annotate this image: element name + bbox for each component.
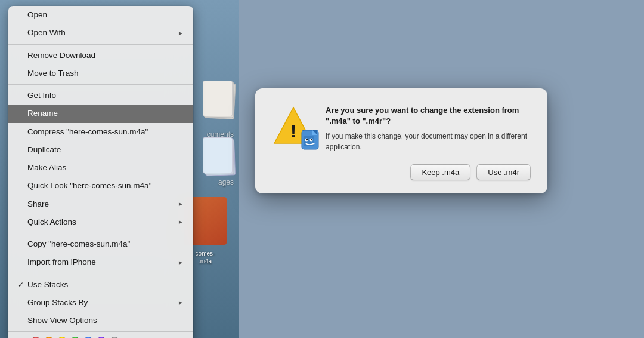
menu-item-get-info[interactable]: Get Info (8, 87, 193, 105)
menu-label-move-to-trash: Move to Trash (27, 67, 184, 79)
bg-file-stack-2 (203, 137, 236, 176)
menu-item-duplicate[interactable]: Duplicate (8, 141, 193, 159)
dialog-title: Are you sure you want to change the exte… (326, 105, 531, 126)
arrow-icon-open-with: ► (178, 29, 184, 38)
check-icon-use-stacks: ✓ (18, 279, 27, 290)
separator-2 (8, 84, 193, 85)
svg-text:!: ! (290, 121, 296, 141)
finder-mascot-svg (301, 128, 321, 150)
arrow-icon-import: ► (178, 258, 184, 267)
svg-point-8 (306, 139, 308, 140)
menu-label-get-info: Get Info (27, 90, 184, 102)
bg-label-ages: ages (218, 178, 234, 186)
menu-label-quick-actions: Quick Actions (27, 216, 178, 228)
separator-4 (8, 274, 193, 274)
arrow-icon-share: ► (178, 199, 184, 208)
separator-3 (8, 233, 193, 233)
menu-item-open-with[interactable]: Open With ► (8, 24, 193, 42)
use-extension-button[interactable]: Use .m4r (476, 164, 531, 180)
menu-label-group-stacks-by: Group Stacks By (27, 297, 178, 309)
menu-item-use-stacks[interactable]: ✓ Use Stacks (8, 276, 193, 294)
menu-item-make-alias[interactable]: Make Alias (8, 159, 193, 177)
menu-label-compress: Compress "here-comes-sun.m4a" (27, 126, 184, 138)
separator-5 (8, 331, 193, 332)
menu-label-rename: Rename (27, 107, 184, 119)
menu-item-show-view-options[interactable]: Show View Options (8, 312, 193, 330)
menu-item-quick-actions[interactable]: Quick Actions ► (8, 213, 193, 231)
arrow-icon-quick-actions: ► (178, 217, 184, 226)
bg-file-stack (203, 81, 236, 119)
dialog-text-area: Are you sure you want to change the exte… (326, 105, 531, 152)
context-menu: Open Open With ► Remove Download Move to… (8, 6, 193, 338)
menu-item-open[interactable]: Open (8, 6, 193, 24)
tags-row[interactable] (8, 334, 193, 338)
menu-label-use-stacks: Use Stacks (27, 279, 184, 291)
menu-label-open-with: Open With (27, 27, 178, 39)
warning-icon-container: ! (272, 105, 315, 148)
dialog-body: If you make this change, your document m… (326, 131, 531, 152)
menu-item-compress[interactable]: Compress "here-comes-sun.m4a" (8, 123, 193, 141)
dialog-content: ! (272, 105, 531, 152)
keep-extension-button[interactable]: Keep .m4a (410, 164, 470, 180)
arrow-icon-group-stacks: ► (178, 298, 184, 307)
menu-label-open: Open (27, 9, 184, 21)
menu-label-share: Share (27, 198, 178, 210)
menu-item-remove-download[interactable]: Remove Download (8, 47, 193, 64)
menu-item-rename[interactable]: Rename (8, 105, 193, 122)
extension-change-dialog: ! (255, 88, 547, 193)
menu-item-copy[interactable]: Copy "here-comes-sun.m4a" (8, 235, 193, 253)
separator-1 (8, 44, 193, 45)
menu-item-group-stacks-by[interactable]: Group Stacks By ► (8, 294, 193, 312)
menu-item-move-to-trash[interactable]: Move to Trash (8, 64, 193, 82)
menu-item-share[interactable]: Share ► (8, 195, 193, 213)
dialog-buttons: Keep .m4a Use .m4r (272, 164, 531, 180)
menu-label-show-view-options: Show View Options (27, 315, 184, 327)
menu-label-import-iphone: Import from iPhone (27, 256, 178, 268)
menu-label-remove-download: Remove Download (27, 50, 184, 62)
menu-label-duplicate: Duplicate (27, 144, 184, 156)
menu-item-import-iphone[interactable]: Import from iPhone ► (8, 253, 193, 271)
menu-item-quick-look[interactable]: Quick Look "here-comes-sun.m4a" (8, 177, 193, 195)
menu-label-quick-look: Quick Look "here-comes-sun.m4a" (27, 180, 184, 192)
menu-label-make-alias: Make Alias (27, 162, 184, 174)
svg-point-9 (311, 139, 312, 140)
menu-label-copy: Copy "here-comes-sun.m4a" (27, 238, 184, 250)
finder-mascot-icon (301, 128, 321, 150)
